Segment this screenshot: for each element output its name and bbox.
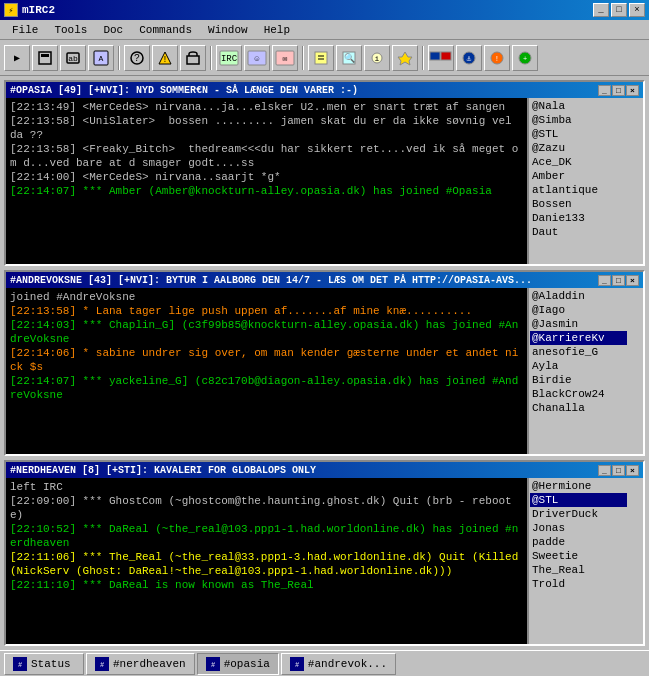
toolbar-btn-18[interactable]: +	[512, 45, 538, 71]
svg-text:A: A	[99, 54, 104, 63]
toolbar-sep-1	[118, 46, 120, 70]
toolbar-btn-10[interactable]: ✉	[272, 45, 298, 71]
user-item[interactable]: Ace_DK	[530, 155, 627, 169]
app-icon-text: ⚡	[9, 6, 14, 15]
user-item[interactable]: anesofie_G	[530, 345, 627, 359]
nerdheaven-body: left IRC [22:09:00] *** GhostCom (~ghost…	[6, 478, 643, 644]
toolbar-btn-4[interactable]: A	[88, 45, 114, 71]
user-item[interactable]: Sweetie	[530, 549, 627, 563]
toolbar-btn-11[interactable]	[308, 45, 334, 71]
taskbar-andrevok-label: #andrevok...	[308, 658, 387, 670]
user-item[interactable]: @Aladdin	[530, 289, 627, 303]
user-item[interactable]: Trold	[530, 577, 627, 591]
user-item[interactable]: Danie133	[530, 211, 627, 225]
svg-text:i: i	[375, 54, 380, 63]
taskbar-status-label: Status	[31, 658, 71, 670]
toolbar-btn-9[interactable]: ☺	[244, 45, 270, 71]
user-item[interactable]: @Hermione	[530, 479, 627, 493]
toolbar-btn-13[interactable]: i	[364, 45, 390, 71]
app-title: mIRC2	[22, 4, 55, 16]
user-item[interactable]: @STL	[530, 127, 627, 141]
nerdheaven-title-buttons: _ □ ×	[598, 465, 639, 476]
andrevoksne-maximize[interactable]: □	[612, 275, 625, 286]
user-item[interactable]: BlackCrow24	[530, 387, 627, 401]
svg-text:⚓: ⚓	[467, 54, 472, 63]
toolbar-btn-5[interactable]: ?	[124, 45, 150, 71]
taskbar-andrevok[interactable]: # #andrevok...	[281, 653, 396, 675]
toolbar-btn-12[interactable]: 🔍	[336, 45, 362, 71]
opasia-title-buttons: _ □ ×	[598, 85, 639, 96]
user-item[interactable]: padde	[530, 535, 627, 549]
taskbar-opasia[interactable]: # #opasia	[197, 653, 279, 675]
andrevoksne-line-5: [22:14:07] *** yackeline_G] (c82c170b@di…	[10, 374, 523, 402]
user-item[interactable]: Birdie	[530, 373, 627, 387]
nerdheaven-line-4: [22:11:06] *** The_Real (~the_real@33.pp…	[10, 550, 523, 578]
user-item-highlighted[interactable]: @STL	[530, 493, 627, 507]
svg-rect-17	[315, 52, 327, 64]
toolbar-btn-2[interactable]	[32, 45, 58, 71]
toolbar-btn-6[interactable]: !	[152, 45, 178, 71]
nerdheaven-maximize[interactable]: □	[612, 465, 625, 476]
menu-file[interactable]: File	[4, 22, 46, 38]
user-item[interactable]: Jonas	[530, 521, 627, 535]
user-item[interactable]: @Zazu	[530, 141, 627, 155]
opasia-close[interactable]: ×	[626, 85, 639, 96]
andrevoksne-close[interactable]: ×	[626, 275, 639, 286]
taskbar-status[interactable]: # Status	[4, 653, 84, 675]
opasia-userlist: @Nala @Simba @STL @Zazu Ace_DK Amber atl…	[528, 98, 628, 264]
toolbar-btn-17[interactable]: !	[484, 45, 510, 71]
nerdheaven-close[interactable]: ×	[626, 465, 639, 476]
close-button[interactable]: ×	[629, 3, 645, 17]
maximize-button[interactable]: □	[611, 3, 627, 17]
menu-tools[interactable]: Tools	[46, 22, 95, 38]
toolbar-btn-15[interactable]	[428, 45, 454, 71]
svg-text:?: ?	[134, 53, 140, 64]
toolbar-btn-14[interactable]	[392, 45, 418, 71]
user-item[interactable]: Bossen	[530, 197, 627, 211]
user-item[interactable]: @Nala	[530, 99, 627, 113]
toolbar-btn-3[interactable]: ab	[60, 45, 86, 71]
menu-commands[interactable]: Commands	[131, 22, 200, 38]
user-item[interactable]: atlantique	[530, 183, 627, 197]
user-item-highlighted[interactable]: @KarriereKv	[530, 331, 627, 345]
taskbar-nerdheaven[interactable]: # #nerdheaven	[86, 653, 195, 675]
user-item[interactable]: @Jasmin	[530, 317, 627, 331]
minimize-button[interactable]: _	[593, 3, 609, 17]
toolbar-btn-7[interactable]	[180, 45, 206, 71]
menu-doc[interactable]: Doc	[95, 22, 131, 38]
svg-text:#: #	[295, 661, 299, 669]
opasia-line-3: [22:13:58] <Freaky_Bitch> thedream<<<du …	[10, 142, 523, 170]
user-item[interactable]: @Iago	[530, 303, 627, 317]
opasia-messages[interactable]: [22:13:49] <MerCedeS> nirvana...ja...els…	[6, 98, 527, 264]
andrevoksne-messages[interactable]: joined #AndreVoksne [22:13:58] * Lana ta…	[6, 288, 527, 454]
app-icon: ⚡	[4, 3, 18, 17]
user-item[interactable]: Ayla	[530, 359, 627, 373]
menu-help[interactable]: Help	[256, 22, 298, 38]
taskbar-nerdheaven-icon: #	[95, 657, 109, 671]
svg-text:!: !	[162, 55, 167, 65]
toolbar-btn-8[interactable]: IRC	[216, 45, 242, 71]
svg-rect-26	[441, 52, 451, 60]
toolbar-btn-1[interactable]: ▶	[4, 45, 30, 71]
svg-text:✉: ✉	[283, 54, 288, 63]
user-item[interactable]: DriverDuck	[530, 507, 627, 521]
opasia-minimize[interactable]: _	[598, 85, 611, 96]
svg-rect-25	[430, 52, 440, 60]
main-area: #OPASIA [49] [+NVI]: NYD SOMMER€N - SÅ L…	[0, 76, 649, 650]
svg-text:#: #	[100, 661, 104, 669]
user-item[interactable]: The_Real	[530, 563, 627, 577]
andrevoksne-minimize[interactable]: _	[598, 275, 611, 286]
user-item[interactable]: Amber	[530, 169, 627, 183]
user-item[interactable]: @Simba	[530, 113, 627, 127]
menu-window[interactable]: Window	[200, 22, 256, 38]
svg-text:#: #	[18, 661, 22, 669]
user-item[interactable]: Daut	[530, 225, 627, 239]
toolbar-btn-16[interactable]: ⚓	[456, 45, 482, 71]
toolbar-sep-2	[210, 46, 212, 70]
user-item[interactable]: Chanalla	[530, 401, 627, 415]
opasia-maximize[interactable]: □	[612, 85, 625, 96]
nerdheaven-minimize[interactable]: _	[598, 465, 611, 476]
opasia-title-bar: #OPASIA [49] [+NVI]: NYD SOMMER€N - SÅ L…	[6, 82, 643, 98]
svg-rect-0	[39, 52, 51, 64]
nerdheaven-messages[interactable]: left IRC [22:09:00] *** GhostCom (~ghost…	[6, 478, 527, 644]
